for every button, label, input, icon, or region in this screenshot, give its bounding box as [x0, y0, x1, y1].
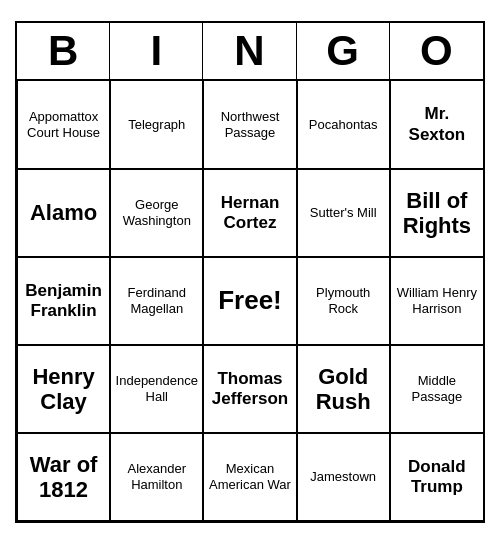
bingo-cell[interactable]: Benjamin Franklin: [17, 257, 110, 345]
cell-text: Middle Passage: [395, 373, 479, 404]
bingo-cell[interactable]: Plymouth Rock: [297, 257, 390, 345]
cell-text: Sutter's Mill: [310, 205, 377, 221]
bingo-cell[interactable]: Middle Passage: [390, 345, 483, 433]
cell-text: Plymouth Rock: [302, 285, 385, 316]
bingo-cell[interactable]: Appomattox Court House: [17, 81, 110, 169]
bingo-cell[interactable]: Thomas Jefferson: [203, 345, 296, 433]
bingo-cell[interactable]: Mr. Sexton: [390, 81, 483, 169]
bingo-cell[interactable]: Donald Trump: [390, 433, 483, 521]
bingo-cell[interactable]: Henry Clay: [17, 345, 110, 433]
bingo-grid: Appomattox Court HouseTelegraphNorthwest…: [17, 81, 483, 521]
header-letter: I: [110, 23, 203, 79]
cell-text: Alexander Hamilton: [115, 461, 198, 492]
bingo-card: BINGO Appomattox Court HouseTelegraphNor…: [15, 21, 485, 523]
cell-text: Appomattox Court House: [22, 109, 105, 140]
bingo-cell[interactable]: William Henry Harrison: [390, 257, 483, 345]
cell-text: Free!: [218, 285, 282, 316]
cell-text: Telegraph: [128, 117, 185, 133]
bingo-cell[interactable]: Hernan Cortez: [203, 169, 296, 257]
cell-text: Benjamin Franklin: [22, 281, 105, 322]
cell-text: Henry Clay: [22, 364, 105, 415]
bingo-cell[interactable]: Independence Hall: [110, 345, 203, 433]
bingo-cell[interactable]: Telegraph: [110, 81, 203, 169]
bingo-cell[interactable]: Gold Rush: [297, 345, 390, 433]
cell-text: Mr. Sexton: [395, 104, 479, 145]
bingo-cell[interactable]: Alamo: [17, 169, 110, 257]
bingo-cell[interactable]: Alexander Hamilton: [110, 433, 203, 521]
header-letter: B: [17, 23, 110, 79]
cell-text: Bill of Rights: [395, 188, 479, 239]
bingo-cell[interactable]: Pocahontas: [297, 81, 390, 169]
cell-text: Northwest Passage: [208, 109, 291, 140]
header-letter: G: [297, 23, 390, 79]
bingo-cell[interactable]: George Washington: [110, 169, 203, 257]
header-letter: N: [203, 23, 296, 79]
cell-text: Ferdinand Magellan: [115, 285, 198, 316]
cell-text: Thomas Jefferson: [208, 369, 291, 410]
cell-text: Alamo: [30, 200, 97, 225]
header-letter: O: [390, 23, 483, 79]
cell-text: Pocahontas: [309, 117, 378, 133]
bingo-header: BINGO: [17, 23, 483, 81]
bingo-cell[interactable]: Sutter's Mill: [297, 169, 390, 257]
cell-text: War of 1812: [22, 452, 105, 503]
bingo-cell[interactable]: Ferdinand Magellan: [110, 257, 203, 345]
bingo-cell[interactable]: Northwest Passage: [203, 81, 296, 169]
cell-text: Mexican American War: [208, 461, 291, 492]
cell-text: Independence Hall: [115, 373, 198, 404]
bingo-cell[interactable]: Mexican American War: [203, 433, 296, 521]
cell-text: Jamestown: [310, 469, 376, 485]
bingo-cell[interactable]: War of 1812: [17, 433, 110, 521]
cell-text: Donald Trump: [395, 457, 479, 498]
cell-text: William Henry Harrison: [395, 285, 479, 316]
bingo-cell[interactable]: Free!: [203, 257, 296, 345]
bingo-cell[interactable]: Bill of Rights: [390, 169, 483, 257]
cell-text: Gold Rush: [302, 364, 385, 415]
cell-text: George Washington: [115, 197, 198, 228]
cell-text: Hernan Cortez: [208, 193, 291, 234]
bingo-cell[interactable]: Jamestown: [297, 433, 390, 521]
